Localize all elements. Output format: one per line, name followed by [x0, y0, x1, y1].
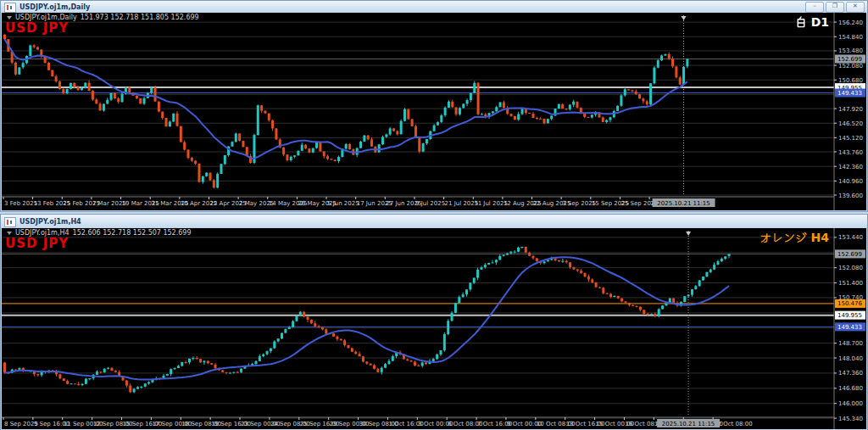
svg-text:9 Jul 2025: 9 Jul 2025	[415, 200, 445, 207]
svg-text:146.520: 146.520	[838, 120, 863, 127]
svg-text:152.699: 152.699	[837, 56, 862, 63]
svg-text:140.960: 140.960	[838, 178, 863, 185]
svg-text:145.120: 145.120	[838, 135, 863, 142]
svg-text:152.699: 152.699	[837, 251, 862, 258]
window-titlebar-daily[interactable]: USDJPY.oj1m,Daily – ❐ ✕	[1, 1, 867, 13]
svg-text:154.840: 154.840	[838, 34, 863, 41]
window-title-h4: USDJPY.oj1m,H4	[19, 218, 81, 226]
window-titlebar-h4[interactable]: USDJPY.oj1m,H4	[1, 215, 867, 228]
svg-text:2025.10.21 11:15: 2025.10.21 11:15	[662, 421, 715, 427]
chart-window-icon	[4, 3, 16, 13]
chart-window-h4: USDJPY.oj1m,H4 153.440152.080151.400150.…	[0, 214, 868, 430]
svg-text:142.360: 142.360	[838, 164, 863, 170]
svg-text:149.955: 149.955	[837, 312, 862, 319]
minimize-button[interactable]: –	[805, 2, 824, 13]
svg-text:147.920: 147.920	[838, 106, 863, 113]
katakana-orenji-glyph	[760, 232, 807, 243]
svg-text:146.000: 146.000	[838, 400, 863, 407]
svg-text:152.080: 152.080	[838, 265, 863, 271]
svg-text:148.700: 148.700	[838, 340, 863, 347]
symbol-watermark: USD JPY	[5, 20, 69, 36]
symbol-watermark: USD JPY	[5, 236, 69, 251]
svg-text:2025.10.21 11:15: 2025.10.21 11:15	[657, 200, 709, 207]
chart-header-daily: USDJPY.oj1m,Daily 151.973 152.718 151.80…	[7, 14, 199, 21]
timeframe-label-h4: H4	[760, 231, 829, 244]
close-button[interactable]: ✕	[846, 2, 865, 13]
svg-text:153.480: 153.480	[838, 47, 863, 54]
svg-text:148.040: 148.040	[838, 355, 863, 362]
svg-text:146.680: 146.680	[838, 385, 863, 392]
chart-header-symbol: USDJPY.oj1m,Daily	[15, 14, 77, 21]
kanji-shiro-glyph	[795, 16, 807, 28]
timeframe-text: D1	[811, 15, 829, 29]
svg-text:150.476: 150.476	[837, 300, 862, 307]
svg-text:153.440: 153.440	[838, 234, 863, 241]
svg-text:143.760: 143.760	[838, 149, 863, 156]
symbol-dropdown-icon[interactable]	[7, 232, 12, 235]
svg-text:3 Feb 2025: 3 Feb 2025	[4, 200, 37, 207]
svg-text:149.433: 149.433	[837, 324, 862, 331]
svg-text:152.080: 152.080	[838, 63, 863, 70]
chart-canvas-daily[interactable]: 156.240154.840153.480152.080150.680147.9…	[2, 13, 866, 210]
window-title-daily: USDJPY.oj1m,Daily	[19, 3, 90, 11]
chart-header-symbol: USDJPY.oj1m,H4	[15, 229, 70, 237]
chart-canvas-h4[interactable]: 153.440152.080151.400150.740148.700148.0…	[2, 228, 866, 429]
price-chart-h4[interactable]: 153.440152.080151.400150.740148.700148.0…	[2, 228, 866, 429]
svg-text:145.340: 145.340	[838, 416, 863, 422]
svg-text:147.360: 147.360	[838, 370, 863, 377]
svg-text:149.433: 149.433	[837, 90, 862, 97]
chart-header-h4: USDJPY.oj1m,H4 152.606 152.718 152.507 1…	[7, 229, 192, 237]
svg-text:151.400: 151.400	[838, 280, 863, 287]
price-chart-daily[interactable]: 156.240154.840153.480152.080150.680147.9…	[2, 13, 866, 210]
symbol-dropdown-icon[interactable]	[7, 16, 12, 20]
svg-text:139.600: 139.600	[838, 193, 863, 199]
chart-window-daily: USDJPY.oj1m,Daily – ❐ ✕ 156.240154.84015…	[0, 0, 868, 212]
svg-text:150.680: 150.680	[838, 77, 863, 84]
chart-header-ohlc: 152.606 152.718 152.507 152.699	[73, 229, 192, 237]
timeframe-label-daily: D1	[795, 15, 829, 29]
chart-window-icon	[4, 217, 16, 227]
chart-header-ohlc: 151.973 152.718 151.805 152.699	[81, 14, 199, 21]
timeframe-text: H4	[811, 231, 829, 244]
restore-button[interactable]: ❐	[826, 2, 844, 13]
svg-text:5 Jun 2025: 5 Jun 2025	[327, 200, 359, 207]
svg-text:156.240: 156.240	[838, 20, 863, 26]
